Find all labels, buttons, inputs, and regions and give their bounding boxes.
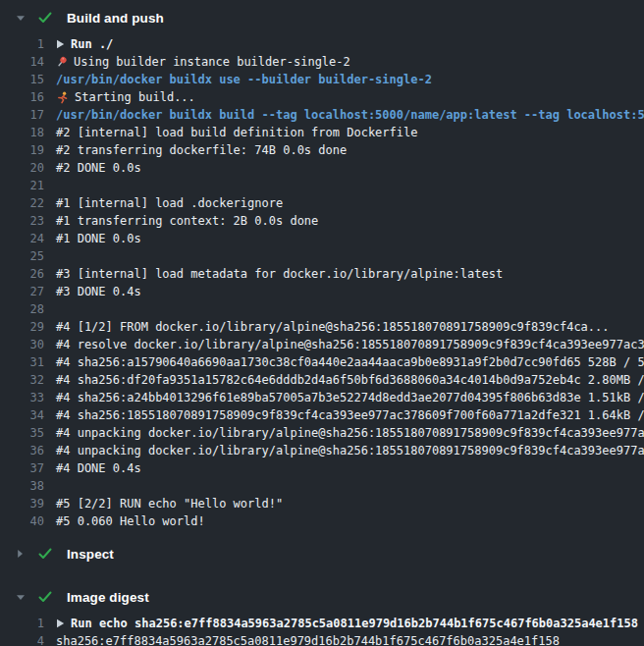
- success-check-icon: [38, 548, 52, 560]
- log-line-text: #5 [2/2] RUN echo "Hello world!": [56, 497, 283, 511]
- log-line-number[interactable]: 37: [0, 461, 44, 475]
- log-line-number[interactable]: 30: [0, 338, 44, 351]
- log-line-content: #4 sha256:185518070891758909c9f839cf4ca3…: [56, 408, 644, 422]
- log-line-number[interactable]: 22: [0, 196, 44, 210]
- log-line-number[interactable]: 27: [0, 285, 44, 298]
- success-check-icon: [38, 12, 52, 24]
- log-line-text: #4 [1/2] FROM docker.io/library/alpine@s…: [56, 320, 610, 334]
- log-line: 20 #2 DONE 0.0s: [0, 159, 644, 177]
- log-line-number[interactable]: 14: [0, 55, 44, 69]
- log-line-content: #4 sha256:df20fa9351a15782c64e6dddb2d4a6…: [56, 373, 644, 387]
- log-line-text: Using builder instance builder-single-2: [74, 55, 350, 69]
- log-line: 39 #5 [2/2] RUN echo "Hello world!": [0, 495, 644, 512]
- log-line: 22 #1 [internal] load .dockerignore: [0, 194, 644, 212]
- log-line: 25: [0, 247, 644, 265]
- log-line-text: #1 DONE 0.0s: [56, 232, 141, 245]
- log-line-content: Starting build...: [56, 90, 195, 104]
- log-line-number[interactable]: 31: [0, 355, 44, 369]
- log-line-number[interactable]: 36: [0, 444, 44, 458]
- log-line-number[interactable]: 25: [0, 249, 44, 263]
- section-title: Inspect: [67, 547, 114, 562]
- log-line-content: #2 [internal] load build definition from…: [56, 126, 417, 139]
- log-line-text: #2 DONE 0.0s: [56, 161, 141, 175]
- log-section-build-and-push: Build and push 1 Run ./ 14 Using builder…: [0, 0, 644, 530]
- log-line: 26 #3 [internal] load metadata for docke…: [0, 265, 644, 283]
- log-line: 24 #1 DONE 0.0s: [0, 230, 644, 247]
- log-line-number[interactable]: 38: [0, 479, 44, 493]
- play-icon[interactable]: [56, 39, 65, 49]
- log-line-text: Starting build...: [75, 90, 195, 104]
- log-line-text: #1 [internal] load .dockerignore: [56, 196, 283, 210]
- log-line-text: #3 DONE 0.4s: [56, 285, 141, 298]
- log-line: 34 #4 sha256:185518070891758909c9f839cf4…: [0, 406, 644, 424]
- log-line-text: #4 resolve docker.io/library/alpine@sha2…: [56, 338, 644, 351]
- log-line-number[interactable]: 21: [0, 179, 44, 192]
- log-line-number[interactable]: 29: [0, 320, 44, 334]
- log-line-number[interactable]: 1: [0, 617, 44, 630]
- log-line-number[interactable]: 20: [0, 161, 44, 175]
- log-line-text: #5 0.060 Hello world!: [56, 514, 205, 528]
- log-line-number[interactable]: 18: [0, 126, 44, 139]
- log-line-number[interactable]: 17: [0, 108, 44, 122]
- log-section-inspect: Inspect: [0, 536, 644, 571]
- log-line-number[interactable]: 34: [0, 408, 44, 422]
- log-line-number[interactable]: 15: [0, 73, 44, 86]
- log-line-text: /usr/bin/docker buildx use --builder bui…: [56, 73, 432, 86]
- log-line-text: /usr/bin/docker buildx build --tag local…: [56, 108, 644, 122]
- log-line-content: #4 resolve docker.io/library/alpine@sha2…: [56, 338, 644, 351]
- log-line-number[interactable]: 24: [0, 232, 44, 245]
- log-line-content: #4 DONE 0.4s: [56, 461, 141, 475]
- log-line: 35 #4 unpacking docker.io/library/alpine…: [0, 424, 644, 442]
- log-sections: Build and push 1 Run ./ 14 Using builder…: [0, 0, 644, 646]
- log-line-text: #2 transferring dockerfile: 74B 0.0s don…: [56, 143, 347, 157]
- chevron-down-icon[interactable]: [15, 15, 26, 22]
- log-line-number[interactable]: 32: [0, 373, 44, 387]
- runner-icon: [56, 91, 69, 104]
- log-line-text: #4 unpacking docker.io/library/alpine@sh…: [56, 426, 644, 440]
- log-section-image-digest: Image digest 1 Run echo sha256:e7ff8834a…: [0, 579, 644, 646]
- log-line: 38: [0, 477, 644, 495]
- log-line-number[interactable]: 1: [0, 37, 44, 51]
- log-line-content: /usr/bin/docker buildx build --tag local…: [56, 108, 644, 122]
- log-line-number[interactable]: 35: [0, 426, 44, 440]
- log-line-number[interactable]: 23: [0, 214, 44, 228]
- log-line-text[interactable]: Run ./: [71, 37, 113, 51]
- section-title: Image digest: [67, 590, 149, 605]
- log-line-text: #4 DONE 0.4s: [56, 461, 141, 475]
- chevron-right-icon[interactable]: [15, 549, 26, 559]
- log-line-text: #3 [internal] load metadata for docker.i…: [56, 267, 503, 281]
- success-check-icon: [38, 591, 52, 603]
- log-line-content: #4 sha256:a15790640a6690aa1730c38cf0a440…: [56, 355, 644, 369]
- log-line-number[interactable]: 26: [0, 267, 44, 281]
- play-icon[interactable]: [56, 619, 65, 628]
- log-line-number[interactable]: 16: [0, 90, 44, 104]
- log-line: 23 #1 transferring context: 2B 0.0s done: [0, 212, 644, 230]
- log-line-number[interactable]: 28: [0, 302, 44, 316]
- log-line: 31 #4 sha256:a15790640a6690aa1730c38cf0a…: [0, 353, 644, 371]
- log-line-content: Using builder instance builder-single-2: [56, 55, 350, 69]
- log-line: 14 Using builder instance builder-single…: [0, 53, 644, 71]
- log-line-number[interactable]: 4: [0, 634, 44, 646]
- log-line: 37 #4 DONE 0.4s: [0, 459, 644, 477]
- log-line: 30 #4 resolve docker.io/library/alpine@s…: [0, 336, 644, 353]
- section-header-build-and-push[interactable]: Build and push: [0, 0, 644, 35]
- log-line: 15 /usr/bin/docker buildx use --builder …: [0, 71, 644, 88]
- log-line-text[interactable]: Run echo sha256:e7ff8834a5963a2785c5a081…: [71, 617, 638, 630]
- log-line: 1 Run echo sha256:e7ff8834a5963a2785c5a0…: [0, 615, 644, 632]
- section-header-image-digest[interactable]: Image digest: [0, 579, 644, 615]
- chevron-down-icon[interactable]: [15, 594, 26, 601]
- log-line-content: #3 DONE 0.4s: [56, 285, 141, 298]
- log-line: 1 Run ./: [0, 35, 644, 53]
- log-line-text: #4 sha256:a24bb4013296f61e89ba57005a7b3e…: [56, 391, 644, 404]
- log-line-content: #2 DONE 0.0s: [56, 161, 141, 175]
- log-line-number[interactable]: 19: [0, 143, 44, 157]
- log-line-content: #4 [1/2] FROM docker.io/library/alpine@s…: [56, 320, 610, 334]
- log-line: 18 #2 [internal] load build definition f…: [0, 124, 644, 141]
- log-line-content: #5 0.060 Hello world!: [56, 514, 205, 528]
- log-line-number[interactable]: 40: [0, 514, 44, 528]
- log-line-number[interactable]: 33: [0, 391, 44, 404]
- log-line: 32 #4 sha256:df20fa9351a15782c64e6dddb2d…: [0, 371, 644, 389]
- section-header-inspect[interactable]: Inspect: [0, 536, 644, 571]
- log-line-number[interactable]: 39: [0, 497, 44, 511]
- log-line-text: sha256:e7ff8834a5963a2785c5a0811e979d16b…: [56, 634, 560, 646]
